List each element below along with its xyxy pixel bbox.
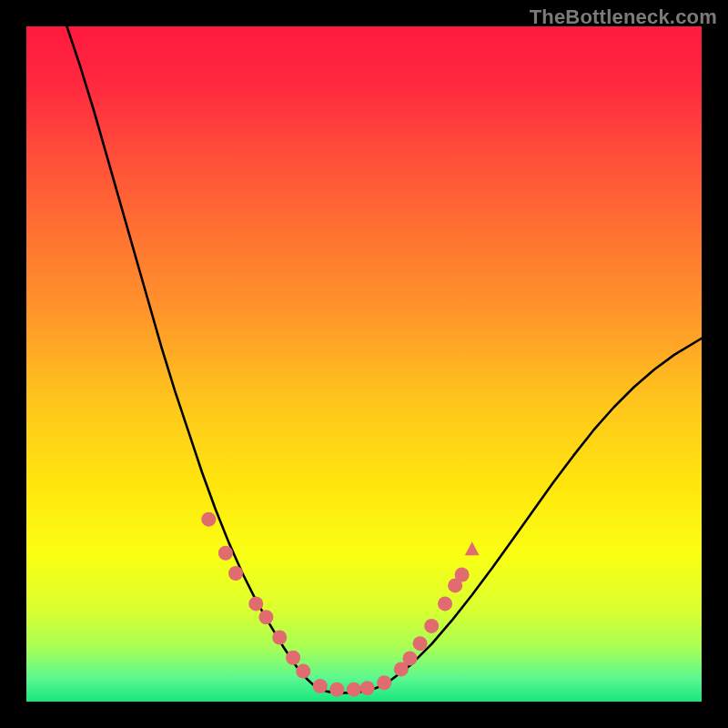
marker-dot-icon	[313, 679, 328, 693]
marker-dot-icon	[329, 682, 344, 697]
marker-dot-icon	[360, 681, 375, 695]
marker-dot-icon	[377, 675, 391, 690]
marker-dot-icon	[258, 610, 273, 624]
plot-area	[26, 26, 702, 702]
marker-dot-icon	[272, 631, 287, 645]
marker-dot-icon	[413, 636, 428, 651]
marker-dot-icon	[455, 568, 470, 582]
watermark-text: TheBottleneck.com	[530, 5, 717, 29]
marker-dot-icon	[286, 651, 300, 665]
marker-dot-icon	[228, 566, 243, 581]
gradient-background	[26, 26, 702, 702]
marker-dot-icon	[201, 512, 216, 527]
marker-dot-icon	[218, 546, 233, 561]
marker-dot-icon	[402, 652, 417, 666]
marker-dot-icon	[347, 682, 361, 697]
bottleneck-chart	[26, 26, 702, 702]
marker-dot-icon	[296, 664, 310, 679]
marker-dot-icon	[438, 596, 452, 611]
marker-dot-icon	[248, 596, 263, 611]
marker-dot-icon	[424, 619, 439, 633]
